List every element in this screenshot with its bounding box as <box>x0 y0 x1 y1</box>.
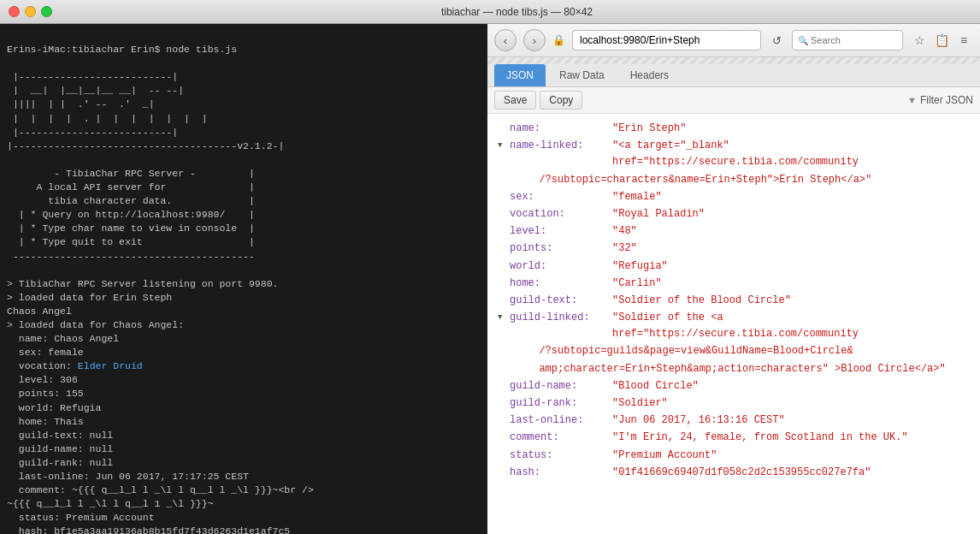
decorative-bar <box>487 57 980 64</box>
minimize-button[interactable] <box>25 6 36 17</box>
json-row-guild-linked: ▼ guild-linked: "Soldier of the <a href=… <box>498 310 970 342</box>
json-row-guild-linked-2: /?subtopic=guilds&page=view&GuildName=Bl… <box>498 343 970 359</box>
json-row-hash: hash: "01f41669c69407d1f058c2d2c153955cc… <box>498 465 970 481</box>
copy-button[interactable]: Copy <box>540 91 582 110</box>
json-row-status: status: "Premium Account" <box>498 448 970 464</box>
forward-button[interactable]: › <box>523 29 546 51</box>
json-row-guild-linked-3: amp;character=Erin+Steph&amp;action=char… <box>498 361 970 377</box>
maximize-button[interactable] <box>41 6 52 17</box>
tab-raw-data[interactable]: Raw Data <box>547 64 617 86</box>
reload-icon: ↺ <box>772 34 782 47</box>
main-container: Erins-iMac:tibiachar Erin$ node tibs.js … <box>0 24 980 534</box>
forward-icon: › <box>533 34 536 47</box>
json-row-name-linked: ▼ name-linked: "<a target="_blank" href=… <box>498 138 970 170</box>
menu-button[interactable]: ≡ <box>954 31 973 50</box>
json-row-guild-name: guild-name: "Blood Circle" <box>498 378 970 395</box>
guild-linked-expand[interactable]: ▼ <box>498 310 510 323</box>
filter-json-container: ▼ Filter JSON <box>907 94 973 106</box>
json-row-world: world: "Refugia" <box>498 258 970 275</box>
json-row-comment: comment: "I'm Erin, 24, female, from Sco… <box>498 430 970 446</box>
filter-icon: ▼ <box>907 95 917 105</box>
json-row-sex: sex: "female" <box>498 189 970 205</box>
back-button[interactable]: ‹ <box>494 29 517 51</box>
json-row-name-linked-2: /?subtopic=characters&name=Erin+Steph">E… <box>498 172 970 188</box>
bookmark-button[interactable]: 📋 <box>932 31 951 50</box>
url-bar[interactable] <box>572 30 761 50</box>
collapse-icon[interactable]: ▼ <box>498 138 510 151</box>
json-row-guild-text: guild-text: "Soldier of the Blood Circle… <box>498 293 970 309</box>
tab-json[interactable]: JSON <box>494 64 546 86</box>
title-bar: tibiachar — node tibs.js — 80×42 <box>0 0 980 24</box>
window-title: tibiachar — node tibs.js — 80×42 <box>62 6 971 18</box>
tabs-bar: JSON Raw Data Headers <box>487 64 980 87</box>
json-toolbar: Save Copy ▼ Filter JSON <box>487 87 980 114</box>
terminal-content: Erins-iMac:tibiachar Erin$ node tibs.js … <box>7 44 314 534</box>
json-row-last-online: last-online: "Jun 06 2017, 16:13:16 CEST… <box>498 412 970 429</box>
json-row-home: home: "Carlin" <box>498 276 970 292</box>
lock-icon: 🔒 <box>552 34 565 46</box>
browser-pane: ‹ › 🔒 ↺ 🔍 ☆ 📋 ≡ <box>487 24 980 534</box>
terminal-pane[interactable]: Erins-iMac:tibiachar Erin$ node tibs.js … <box>0 24 487 534</box>
browser-chrome: ‹ › 🔒 ↺ 🔍 ☆ 📋 ≡ <box>487 24 980 57</box>
tab-headers[interactable]: Headers <box>618 64 681 86</box>
bookmark-icon: 📋 <box>935 33 949 47</box>
filter-json-label: Filter JSON <box>920 94 973 106</box>
save-button[interactable]: Save <box>494 91 536 110</box>
star-icon: ☆ <box>914 33 925 47</box>
json-row-guild-rank: guild-rank: "Soldier" <box>498 395 970 412</box>
json-row-level: level: "48" <box>498 223 970 240</box>
search-icon: 🔍 <box>798 36 808 45</box>
reload-button[interactable]: ↺ <box>768 32 785 49</box>
json-row-name: name: "Erin Steph" <box>498 121 970 137</box>
search-bar-container: 🔍 <box>792 30 903 50</box>
menu-icon: ≡ <box>960 33 967 47</box>
back-icon: ‹ <box>504 34 507 47</box>
star-button[interactable]: ☆ <box>910 31 929 50</box>
search-input[interactable] <box>811 35 888 45</box>
expand-icon <box>498 121 510 134</box>
json-row-vocation: vocation: "Royal Paladin" <box>498 206 970 222</box>
close-button[interactable] <box>9 6 20 17</box>
traffic-lights <box>9 6 52 17</box>
browser-actions: ☆ 📋 ≡ <box>910 31 973 50</box>
json-content[interactable]: name: "Erin Steph" ▼ name-linked: "<a ta… <box>487 114 980 534</box>
json-row-points: points: "32" <box>498 240 970 257</box>
